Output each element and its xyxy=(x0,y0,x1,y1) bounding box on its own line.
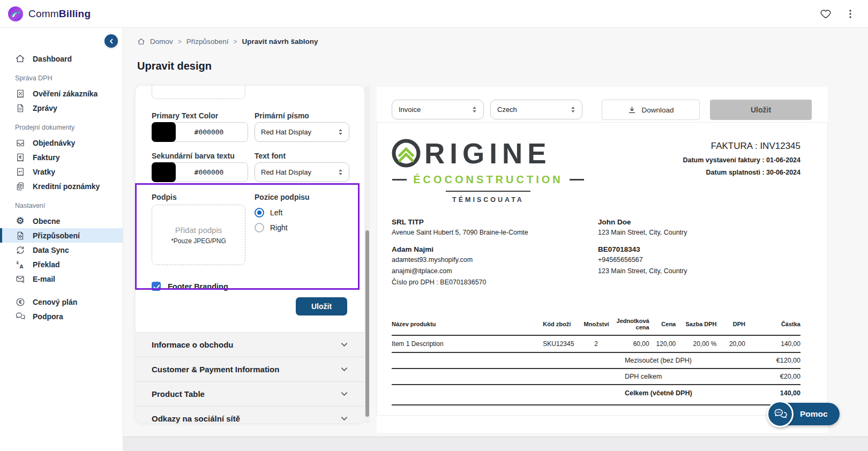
breadcrumb-separator: > xyxy=(178,38,182,46)
sidebar-item-label: Data Sync xyxy=(33,246,69,254)
svg-text:↩: ↩ xyxy=(18,169,21,174)
document-type-select[interactable]: Invoice xyxy=(392,100,484,119)
sidebar-item-customization[interactable]: Přizpůsobení xyxy=(0,228,123,243)
home-icon xyxy=(15,54,25,64)
accordion-customer-payment[interactable]: Customer & Payment Information xyxy=(136,357,364,382)
sidebar-item-label: Přizpůsobení xyxy=(33,231,80,240)
accordion-store-information[interactable]: Informace o obchodu xyxy=(136,333,364,357)
email-gear-icon xyxy=(15,274,25,284)
sidebar-item-label: Cenový plán xyxy=(33,298,77,306)
sidebar-item-label: Dashboard xyxy=(33,55,72,63)
sidebar-collapse-button[interactable] xyxy=(104,34,118,48)
sidebar-item-label: Ověření zákazníka xyxy=(33,89,98,98)
help-label: Pomoc xyxy=(800,409,828,418)
footer-branding-checkbox[interactable]: Footer Branding xyxy=(152,282,228,291)
secondary-text-color-label: Sekundární barva textu xyxy=(152,152,235,160)
invoice-items-table: Název produktu Kód zboží Množství Jednot… xyxy=(392,318,800,405)
contact-email: anajmi@itplace.com xyxy=(392,267,598,276)
svg-text:€: € xyxy=(18,155,21,160)
sidebar-item-reports[interactable]: Zprávy xyxy=(0,101,123,115)
main-content: Domov > Přizpůsobení > Upravit návrh šab… xyxy=(123,28,868,437)
chevron-down-icon xyxy=(340,365,348,373)
svg-text:€: € xyxy=(18,299,22,304)
language-select[interactable]: Czech xyxy=(490,100,582,119)
accordion-product-table[interactable]: Product Table xyxy=(136,382,364,407)
breadcrumb: Domov > Přizpůsobení > Upravit návrh šab… xyxy=(137,37,318,46)
favorites-heart-icon[interactable] xyxy=(820,8,832,20)
breadcrumb-home[interactable]: Domov xyxy=(150,37,173,46)
kebab-menu-icon[interactable] xyxy=(845,9,855,19)
select-arrows-icon xyxy=(338,169,343,176)
origine-logo: RIGINE ÉCOCONSTRUCTION TÉMISCOUATA xyxy=(392,139,585,204)
euro-circle-icon: € xyxy=(15,297,25,307)
commbilling-logo-icon xyxy=(8,6,24,22)
sidebar-item-dashboard[interactable]: Dashboard xyxy=(0,51,123,66)
sidebar-item-customer-verification[interactable]: Ověření zákazníka xyxy=(0,86,123,101)
primary-color-swatch[interactable] xyxy=(152,122,176,142)
vat-total-row: DPH celkem €20,00 xyxy=(392,369,800,385)
signature-upload-box[interactable]: Přidat podpis *Pouze JPEG/PNG xyxy=(152,205,245,265)
help-button[interactable]: Pomoc xyxy=(770,403,840,425)
chevron-down-icon xyxy=(340,341,348,349)
invoice-due-date: Datum splatnosti : 30-06-2024 xyxy=(683,169,800,176)
editor-save-button[interactable]: Uložit xyxy=(296,297,347,315)
editor-accordions: Informace o obchodu Customer & Payment I… xyxy=(136,332,364,423)
sidebar-item-general[interactable]: ⚙ Obecne xyxy=(0,214,123,228)
chevron-down-icon xyxy=(340,390,348,398)
translate-icon: žA xyxy=(15,259,25,269)
editor-scrollbar-thumb[interactable] xyxy=(365,230,369,417)
language-value: Czech xyxy=(497,106,517,114)
download-button[interactable]: Download xyxy=(602,100,700,120)
brand-name: CommBilling xyxy=(28,8,91,20)
origine-logo-o-icon xyxy=(392,139,421,168)
sidebar-nav: Dashboard Správa DPH Ověření zákazníka Z… xyxy=(0,28,123,324)
accordion-social-links[interactable]: Odkazy na sociální sítě xyxy=(136,407,364,423)
invoice-preview-panel: Invoice Czech Download Uložit xyxy=(377,87,828,433)
sidebar-item-data-sync[interactable]: Data Sync xyxy=(0,243,123,257)
text-font-select[interactable]: Red Hat Display xyxy=(255,162,349,182)
logo-tagline: TÉMISCOUATA xyxy=(392,196,585,204)
topbar: CommBilling xyxy=(0,0,868,28)
signature-position-left-radio[interactable]: Left xyxy=(255,208,282,217)
sidebar-item-returns[interactable]: ↩ Vratky xyxy=(0,164,123,179)
text-font-value: Red Hat Display xyxy=(261,168,311,176)
sidebar-item-support[interactable]: Podpora xyxy=(0,309,123,324)
subtotal-row: Mezisoučet (bez DPH) €120,00 xyxy=(392,353,800,369)
document-icon xyxy=(15,103,25,113)
breadcrumb-customization[interactable]: Přizpůsobení xyxy=(186,37,229,46)
chevron-down-icon xyxy=(340,415,348,423)
sidebar-item-label: Vratky xyxy=(33,168,55,176)
sidebar-item-label: Překlad xyxy=(33,260,60,269)
sidebar-item-pricing-plan[interactable]: € Cenový plán xyxy=(0,295,123,309)
sync-icon xyxy=(15,245,25,255)
sidebar-item-label: Objednávky xyxy=(33,139,75,147)
secondary-color-swatch[interactable] xyxy=(152,162,176,182)
contact-shop: adamtest93.myshopify.com xyxy=(392,255,598,265)
seller-address: Avenue Saint Hubert 5, 7090 Braine-le-Co… xyxy=(392,228,598,237)
table-row: Item 1 Description SKU12345 2 60,00 120,… xyxy=(392,336,800,353)
customer-address2: 123 Main Street, City, Country xyxy=(598,267,800,276)
customer-phone: +94565656567 xyxy=(598,255,800,265)
sidebar-item-translation[interactable]: žA Překlad xyxy=(0,257,123,272)
invoice-issue-date: Datum vystavení faktury : 01-06-2024 xyxy=(683,156,800,164)
signature-position-label: Pozice podpisu xyxy=(255,193,310,201)
sidebar-item-orders[interactable]: Objednávky xyxy=(0,136,123,150)
primary-text-color-input[interactable]: #000000 xyxy=(152,122,248,142)
text-font-label: Text font xyxy=(255,152,286,160)
sidebar-item-credit-notes[interactable]: Kreditní poznámky xyxy=(0,179,123,193)
checkbox-label: Footer Branding xyxy=(168,282,228,291)
contact-vat: Číslo pro DPH : BE0701836570 xyxy=(392,278,598,287)
page-title: Upravit design xyxy=(137,60,212,72)
logo-dash xyxy=(570,179,584,181)
logo-upload-box[interactable] xyxy=(152,86,245,99)
logo-subtitle: ÉCOCONSTRUCTION xyxy=(413,174,563,186)
signature-position-right-radio[interactable]: Right xyxy=(255,223,288,232)
preview-save-button[interactable]: Uložit xyxy=(710,100,812,120)
sidebar-item-invoices[interactable]: € Faktury xyxy=(0,150,123,164)
table-header-row: Název produktu Kód zboží Množství Jednot… xyxy=(392,318,800,336)
secondary-text-color-input[interactable]: #000000 xyxy=(152,162,248,182)
document-gear-icon xyxy=(15,230,25,240)
sidebar-section-title: Prodejní dokumenty xyxy=(0,124,123,131)
primary-font-select[interactable]: Red Hat Display xyxy=(255,122,349,142)
sidebar-item-email[interactable]: E-mail xyxy=(0,272,123,286)
